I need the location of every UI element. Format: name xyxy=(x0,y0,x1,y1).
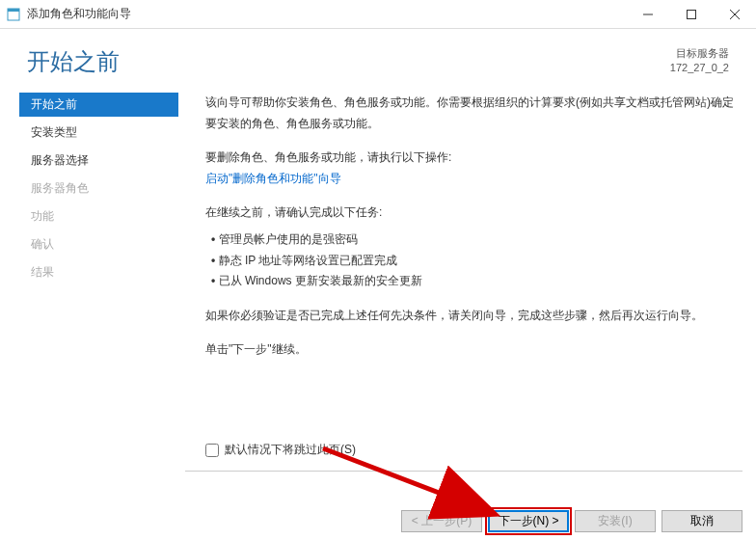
remove-roles-link[interactable]: 启动"删除角色和功能"向导 xyxy=(205,172,341,185)
minimize-button[interactable] xyxy=(626,0,669,29)
skip-page-row: 默认情况下将跳过此页(S) xyxy=(205,440,356,461)
sidebar-item-confirmation: 确认 xyxy=(19,232,178,256)
task-item: 已从 Windows 更新安装最新的安全更新 xyxy=(211,271,737,292)
window-title: 添加角色和功能向导 xyxy=(27,6,626,22)
content-pane: 该向导可帮助你安装角色、角色服务或功能。你需要根据组织的计算要求(例如共享文档或… xyxy=(178,85,746,471)
sidebar-item-results: 结果 xyxy=(19,260,178,284)
previous-button: < 上一步(P) xyxy=(401,510,482,532)
intro-text: 该向导可帮助你安装角色、角色服务或功能。你需要根据组织的计算要求(例如共享文档或… xyxy=(205,93,737,134)
page-title: 开始之前 xyxy=(27,46,120,77)
install-button: 安装(I) xyxy=(575,510,656,532)
task-item: 静态 IP 地址等网络设置已配置完成 xyxy=(211,251,737,272)
next-button[interactable]: 下一步(N) > xyxy=(488,510,569,532)
tasks-label: 在继续之前，请确认完成以下任务: xyxy=(205,202,737,224)
maximize-button[interactable] xyxy=(669,0,713,29)
sidebar-item-before-you-begin[interactable]: 开始之前 xyxy=(19,93,178,117)
window-controls xyxy=(626,0,756,28)
tasks-list: 管理员帐户使用的是强密码 静态 IP 地址等网络设置已配置完成 已从 Windo… xyxy=(211,230,737,292)
task-item: 管理员帐户使用的是强密码 xyxy=(211,230,737,251)
target-server-info: 目标服务器 172_27_0_2 xyxy=(670,46,729,76)
svg-rect-3 xyxy=(687,11,695,19)
skip-page-checkbox[interactable] xyxy=(205,444,219,457)
sidebar-item-features: 功能 xyxy=(19,204,178,229)
continue-text: 单击"下一步"继续。 xyxy=(205,339,737,361)
target-value: 172_27_0_2 xyxy=(670,61,729,75)
verify-text: 如果你必须验证是否已完成上述任何先决条件，请关闭向导，完成这些步骤，然后再次运行… xyxy=(205,306,737,327)
sidebar-item-server-roles: 服务器角色 xyxy=(19,176,178,201)
sidebar-item-installation-type[interactable]: 安装类型 xyxy=(19,121,178,145)
footer-buttons: < 上一步(P) 下一步(N) > 安装(I) 取消 xyxy=(401,510,742,532)
app-icon xyxy=(6,7,21,22)
remove-label: 要删除角色、角色服务或功能，请执行以下操作: xyxy=(205,150,451,164)
body: 开始之前 安装类型 服务器选择 服务器角色 功能 确认 结果 该向导可帮助你安装… xyxy=(0,85,756,471)
sidebar: 开始之前 安装类型 服务器选择 服务器角色 功能 确认 结果 xyxy=(19,85,178,471)
titlebar: 添加角色和功能向导 xyxy=(0,0,756,29)
svg-rect-1 xyxy=(8,9,19,12)
sidebar-item-server-selection[interactable]: 服务器选择 xyxy=(19,148,178,173)
separator xyxy=(185,471,742,472)
skip-page-label: 默认情况下将跳过此页(S) xyxy=(225,440,356,461)
cancel-button[interactable]: 取消 xyxy=(662,510,742,532)
target-label: 目标服务器 xyxy=(670,46,729,61)
close-button[interactable] xyxy=(713,0,756,29)
header: 开始之前 目标服务器 172_27_0_2 xyxy=(0,29,756,85)
